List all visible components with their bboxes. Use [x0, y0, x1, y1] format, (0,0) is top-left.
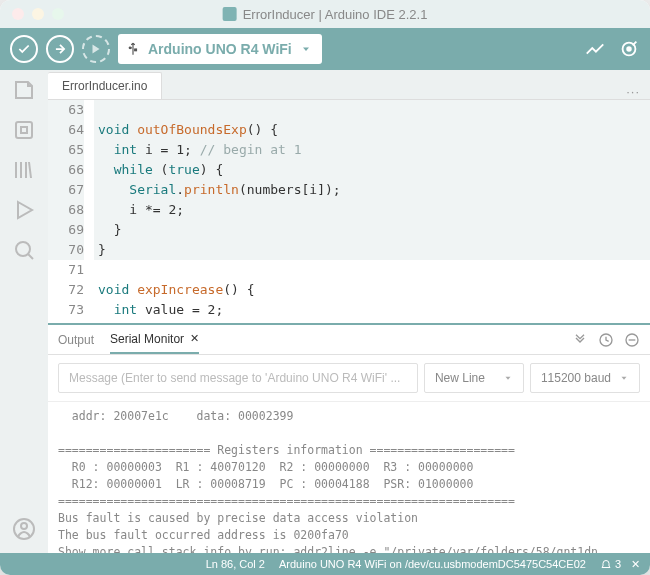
svg-point-14	[21, 523, 27, 529]
port-info[interactable]: Arduino UNO R4 WiFi on /dev/cu.usbmodemD…	[279, 558, 586, 570]
close-panel-button[interactable]: ✕	[631, 558, 640, 571]
activity-bar	[0, 70, 48, 553]
board-selector[interactable]: Arduino UNO R4 WiFi	[118, 34, 322, 64]
status-bar: Ln 86, Col 2 Arduino UNO R4 WiFi on /dev…	[0, 553, 650, 575]
maximize-window-button[interactable]	[52, 8, 64, 20]
svg-marker-1	[93, 45, 100, 54]
serial-input-bar: Message (Enter to send message to 'Ardui…	[48, 355, 650, 402]
serial-monitor-icon[interactable]	[618, 38, 640, 60]
play-icon	[90, 43, 102, 55]
close-icon[interactable]: ✕	[190, 332, 199, 345]
svg-line-12	[28, 254, 33, 259]
clock-icon[interactable]	[598, 332, 614, 348]
editor-area: ErrorInducer.ino ··· 6364656667686970717…	[48, 70, 650, 553]
notifications-button[interactable]: 3	[600, 558, 621, 570]
chevron-down-icon	[619, 373, 629, 383]
library-manager-icon[interactable]	[12, 158, 36, 182]
notification-count: 3	[615, 558, 621, 570]
panel-tabs: Output Serial Monitor ✕	[48, 325, 650, 355]
check-icon	[17, 42, 31, 56]
toolbar: Arduino UNO R4 WiFi	[0, 28, 650, 70]
arrow-right-icon	[53, 42, 67, 56]
serial-output[interactable]: addr: 20007e1c data: 00002399 ==========…	[48, 402, 650, 553]
close-window-button[interactable]	[12, 8, 24, 20]
cursor-position[interactable]: Ln 86, Col 2	[206, 558, 265, 570]
debug-icon[interactable]	[12, 198, 36, 222]
main-area: ErrorInducer.ino ··· 6364656667686970717…	[0, 70, 650, 553]
serial-monitor-tab[interactable]: Serial Monitor ✕	[110, 326, 199, 354]
svg-point-6	[627, 47, 631, 51]
line-ending-select[interactable]: New Line	[424, 363, 524, 393]
serial-plotter-icon[interactable]	[584, 38, 606, 60]
tab-overflow-button[interactable]: ···	[626, 84, 640, 99]
svg-marker-19	[622, 377, 627, 380]
board-name: Arduino UNO R4 WiFi	[148, 41, 292, 57]
svg-rect-9	[21, 127, 27, 133]
svg-rect-3	[135, 49, 137, 51]
chevron-down-icon	[300, 43, 312, 55]
chevron-down-icon	[503, 373, 513, 383]
svg-point-2	[129, 47, 131, 49]
svg-marker-18	[505, 377, 510, 380]
upload-button[interactable]	[46, 35, 74, 63]
line-gutter: 63646566676869707172737475	[48, 100, 94, 323]
clear-icon[interactable]	[624, 332, 640, 348]
usb-icon	[126, 42, 140, 56]
account-icon[interactable]	[12, 517, 36, 541]
output-tab[interactable]: Output	[58, 327, 94, 353]
boards-manager-icon[interactable]	[12, 118, 36, 142]
search-icon[interactable]	[12, 238, 36, 262]
sketchbook-icon[interactable]	[12, 78, 36, 102]
verify-button[interactable]	[10, 35, 38, 63]
window-title: ErrorInducer | Arduino IDE 2.2.1	[223, 7, 428, 22]
serial-message-input[interactable]: Message (Enter to send message to 'Ardui…	[58, 363, 418, 393]
editor-tabs: ErrorInducer.ino ···	[48, 70, 650, 100]
ide-window: ErrorInducer | Arduino IDE 2.2.1 Arduino…	[0, 0, 650, 575]
file-tab[interactable]: ErrorInducer.ino	[48, 72, 162, 99]
code-lines: void outOfBoundsExp() { int i = 1; // be…	[94, 100, 650, 323]
arduino-logo-icon	[223, 7, 237, 21]
bottom-panel: Output Serial Monitor ✕ Message (Enter t…	[48, 323, 650, 553]
code-editor[interactable]: 63646566676869707172737475 void outOfBou…	[48, 100, 650, 323]
baud-rate-select[interactable]: 115200 baud	[530, 363, 640, 393]
svg-rect-8	[16, 122, 32, 138]
svg-marker-4	[303, 48, 309, 52]
window-controls	[12, 8, 64, 20]
titlebar: ErrorInducer | Arduino IDE 2.2.1	[0, 0, 650, 28]
minimize-window-button[interactable]	[32, 8, 44, 20]
svg-line-7	[633, 42, 637, 46]
bell-icon	[600, 558, 612, 570]
debug-button[interactable]	[82, 35, 110, 63]
svg-point-11	[16, 242, 30, 256]
svg-marker-10	[18, 202, 32, 218]
title-text: ErrorInducer | Arduino IDE 2.2.1	[243, 7, 428, 22]
scroll-down-icon[interactable]	[572, 332, 588, 348]
